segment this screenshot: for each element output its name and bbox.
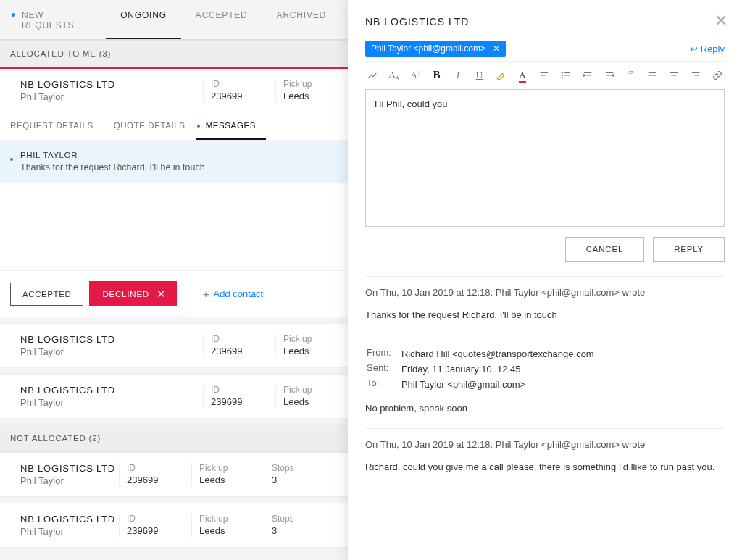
subtab-request-details[interactable]: REQUEST DETAILS: [0, 112, 104, 140]
list-item[interactable]: NB LOGISTICS LTD Phil Taylor ID 239699 P…: [0, 323, 348, 368]
pickup-value: Leeds: [283, 91, 341, 101]
align-center-icon[interactable]: [668, 70, 680, 80]
reply-button[interactable]: REPLY: [653, 237, 725, 262]
thread-meta: On Thu, 10 Jan 2019 at 12:18: Phil Taylo…: [365, 287, 725, 298]
sent-value: Friday, 11 January 10, 12.45: [401, 362, 594, 376]
contact-name: Phil Taylor: [20, 397, 203, 408]
close-icon[interactable]: ✕: [714, 13, 728, 29]
thread-body: Thanks for the request Richard, I'll be …: [365, 309, 725, 320]
id-col: ID 239699: [203, 79, 275, 102]
recipients-row: Phil Taylor <phil@gmail.com> ✕ ↩ Reply: [365, 36, 725, 62]
tab-archived[interactable]: ARCHIVED: [262, 0, 341, 39]
contact-name: Phil Taylor: [20, 475, 119, 486]
selected-card: NB LOGISTICS LTD Phil Taylor ID 239699 P…: [0, 67, 348, 317]
paint-icon[interactable]: [367, 70, 378, 80]
id-label: ID: [211, 79, 268, 89]
quote-icon[interactable]: ”: [625, 69, 636, 81]
subtab-quote-details[interactable]: QUOTE DETAILS: [104, 112, 196, 140]
id-value: 239699: [211, 396, 268, 407]
pickup-col: Pick up Leeds: [275, 79, 348, 102]
card-header-row[interactable]: NB LOGISTICS LTD Phil Taylor ID 239699 P…: [0, 69, 348, 112]
company-name: NB LOGISTICS LTD: [20, 334, 203, 345]
add-contact-link[interactable]: + Add contact: [203, 288, 263, 300]
tab-label: ONGOING: [120, 10, 167, 20]
message-preview[interactable]: PHIL TAYLOR Thanks for the request Richa…: [0, 141, 348, 183]
align-justify-icon[interactable]: [646, 70, 658, 80]
sub-tabs: REQUEST DETAILS QUOTE DETAILS MESSAGES: [0, 112, 348, 141]
align-left-icon[interactable]: [538, 70, 550, 80]
declined-button[interactable]: DECLINED ✕: [89, 281, 176, 306]
font-size-up-icon[interactable]: A↑: [409, 70, 420, 81]
font-size-icon[interactable]: AA: [388, 69, 399, 82]
italic-icon[interactable]: I: [452, 70, 463, 81]
divider: [365, 335, 725, 335]
id-label: ID: [211, 385, 268, 395]
pickup-value: Leeds: [199, 475, 257, 485]
pickup-value: Leeds: [283, 346, 341, 356]
link-icon[interactable]: [712, 70, 723, 80]
reply-arrow-icon: ↩: [690, 43, 698, 54]
id-value: 239699: [127, 525, 184, 536]
editor-toolbar: AA A↑ B I U A ”: [365, 62, 725, 89]
bold-icon[interactable]: B: [431, 69, 442, 81]
message-text: Thanks for the request Richard, I'll be …: [20, 162, 335, 172]
requests-pane: NEW REQUESTS ONGOING ACCEPTED ARCHIVED A…: [0, 0, 348, 560]
svg-point-2: [562, 78, 562, 78]
tab-ongoing[interactable]: ONGOING: [106, 0, 181, 39]
editor-buttons: CANCEL REPLY: [365, 237, 725, 262]
thread-body: Richard, could you give me a call please…: [365, 461, 725, 472]
remove-chip-icon[interactable]: ✕: [493, 43, 500, 54]
pickup-label: Pick up: [199, 463, 257, 473]
pickup-label: Pick up: [199, 514, 257, 524]
stops-label: Stops: [272, 463, 307, 473]
indent-left-icon[interactable]: [582, 70, 593, 80]
from-label: From:: [367, 347, 400, 361]
id-value: 239699: [211, 346, 268, 356]
message-from: PHIL TAYLOR: [20, 151, 335, 159]
email-meta: From: Richard Hill <quotes@transportexch…: [365, 346, 596, 393]
highlight-icon[interactable]: [495, 70, 507, 80]
id-value: 239699: [127, 475, 184, 485]
id-label: ID: [127, 463, 184, 473]
section-not-allocated[interactable]: NOT ALLOCATED (2): [0, 425, 348, 452]
company-block: NB LOGISTICS LTD Phil Taylor: [10, 79, 203, 102]
pickup-value: Leeds: [199, 525, 257, 536]
from-value: Richard Hill <quotes@transportexchange.c…: [401, 347, 594, 361]
list-item[interactable]: NB LOGISTICS LTD Phil Taylor ID 239699 P…: [0, 503, 348, 548]
stops-value: 3: [272, 525, 307, 536]
company-name: NB LOGISTICS LTD: [20, 385, 203, 396]
list-item[interactable]: NB LOGISTICS LTD Phil Taylor ID 239699 P…: [0, 374, 348, 419]
subtab-messages[interactable]: MESSAGES: [196, 112, 266, 140]
cancel-button[interactable]: CANCEL: [565, 237, 644, 262]
recipient-chip: Phil Taylor <phil@gmail.com> ✕: [365, 41, 506, 57]
tab-accepted[interactable]: ACCEPTED: [181, 0, 262, 39]
svg-point-1: [562, 75, 562, 75]
underline-icon[interactable]: U: [474, 70, 485, 81]
accepted-button[interactable]: ACCEPTED: [10, 283, 83, 306]
message-editor[interactable]: Hi Phil, could you: [365, 89, 725, 227]
panel-title: NB LOGISTICS LTD: [365, 16, 725, 28]
to-value: Phil Taylor <phil@gmail.com>: [401, 377, 594, 391]
align-right-icon[interactable]: [690, 70, 701, 80]
tab-new-requests[interactable]: NEW REQUESTS: [7, 0, 106, 39]
draft-text: Hi Phil, could you: [375, 99, 447, 109]
thread-meta: On Thu, 10 Jan 2019 at 12:18: Phil Taylo…: [365, 439, 725, 450]
id-label: ID: [127, 514, 184, 524]
list-item[interactable]: NB LOGISTICS LTD Phil Taylor ID 239699 P…: [0, 452, 348, 497]
unread-dot-icon: [197, 125, 200, 128]
pickup-label: Pick up: [283, 385, 341, 395]
reply-link[interactable]: ↩ Reply: [690, 43, 725, 54]
to-label: To:: [367, 377, 400, 391]
list-icon[interactable]: [560, 70, 572, 80]
id-value: 239699: [211, 91, 268, 101]
divider: [365, 428, 725, 429]
add-contact-label: Add contact: [214, 288, 264, 299]
tab-label: ARCHIVED: [277, 10, 326, 20]
tab-label: NEW REQUESTS: [22, 10, 74, 30]
reply-label: Reply: [701, 43, 725, 54]
indent-right-icon[interactable]: [604, 70, 615, 80]
contact-name: Phil Taylor: [20, 346, 203, 357]
text-color-icon[interactable]: A: [517, 70, 528, 81]
contact-name: Phil Taylor: [20, 91, 203, 102]
section-allocated[interactable]: ALLOCATED TO ME (3): [0, 40, 348, 67]
